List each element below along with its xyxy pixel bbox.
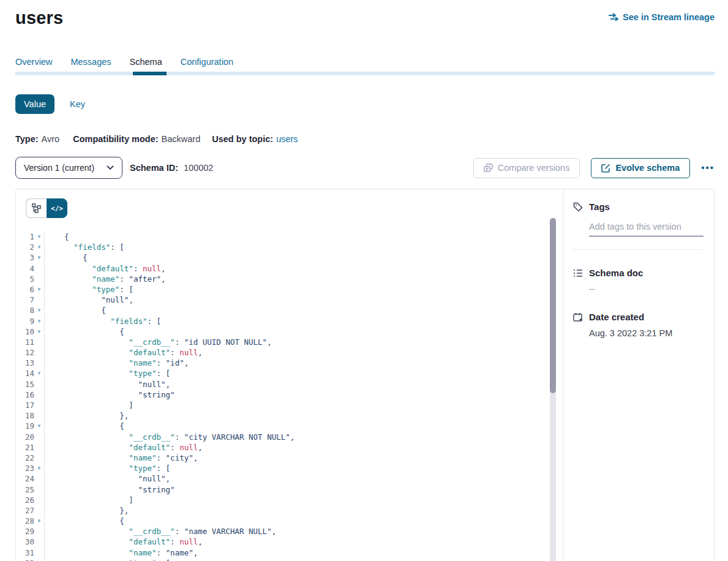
code-text: "type": [ [45,368,170,378]
date-created-title: Date created [589,312,644,322]
tree-view-button[interactable] [26,198,47,218]
fold-arrow-icon[interactable]: ▼ [34,305,45,315]
code-text: { [45,232,69,242]
evolve-schema-label: Evolve schema [615,163,680,173]
code-line: 3▼ { [16,252,563,263]
value-toggle-button[interactable]: Value [15,94,54,114]
line-number: 17 [16,400,34,410]
code-line: 1▼{ [16,232,563,242]
add-tags-input[interactable] [589,222,704,236]
code-text: "string" [45,390,175,400]
more-options-button[interactable]: ••• [701,165,715,171]
tab-schema[interactable]: Schema [130,56,162,67]
tags-section-header: Tags [573,201,704,212]
editor-scrollbar-track[interactable] [550,218,556,561]
fold-arrow-icon[interactable]: ▼ [34,326,45,337]
code-text: }, [45,505,129,516]
fold-spacer [34,453,45,463]
fold-arrow-icon[interactable]: ▼ [34,463,45,473]
fold-spacer [34,484,45,495]
fold-arrow-icon[interactable]: ▼ [34,232,45,242]
type-label: Type: [15,134,39,144]
line-number: 30 [16,537,34,547]
topic-link[interactable]: users [276,134,298,144]
tags-title: Tags [589,201,610,212]
code-text: "type": [ [45,463,170,473]
code-text: { [45,252,88,263]
fold-arrow-icon[interactable]: ▼ [34,421,45,431]
line-number: 29 [16,526,34,537]
schema-meta: Type: Avro Compatibility mode: Backward … [15,134,715,144]
editor-scrollbar-thumb[interactable] [550,218,556,393]
fold-spacer [34,379,45,390]
code-text: "default": null, [45,347,203,358]
code-line: 24 "null", [16,473,563,484]
date-created-value: Aug. 3 2022 3:21 PM [589,328,704,338]
stream-lineage-label: See in Stream lineage [623,12,715,22]
code-text: "null", [45,473,170,484]
code-view-icon: </> [51,205,63,213]
compare-versions-label: Compare versions [498,163,570,173]
fold-arrow-icon[interactable]: ▼ [34,252,45,263]
code-line: 20 "__crdb__": "city VARCHAR NOT NULL", [16,432,563,442]
line-number: 28 [16,516,34,526]
tab-configuration[interactable]: Configuration [181,56,233,67]
type-value: Avro [42,134,60,144]
tabs: Overview Messages Schema Configuration [15,56,715,67]
compare-versions-button[interactable]: Compare versions [473,158,580,178]
fold-arrow-icon[interactable]: ▼ [34,316,45,326]
line-number: 22 [16,453,34,463]
fold-spacer [34,442,45,453]
line-number: 19 [16,421,34,431]
line-number: 2 [16,242,34,252]
tab-overview[interactable]: Overview [15,56,52,67]
code-text: "__crdb__": "id UUID NOT NULL", [45,337,272,347]
schema-panel: </> 1▼{2▼ "fields": [3▼ {4 "default": nu… [15,189,715,561]
tab-messages[interactable]: Messages [70,56,111,67]
version-select[interactable]: Version 1 (current) [15,157,122,179]
line-number: 13 [16,358,34,368]
fold-spacer [34,347,45,358]
code-text: "default": null, [45,537,203,547]
fold-spacer [34,263,45,274]
code-line: 10▼ { [16,326,563,337]
fold-spacer [34,537,45,547]
code-text: "string" [45,484,175,495]
code-line: 7 "null", [16,295,563,305]
line-number: 8 [16,305,34,315]
fold-spacer [34,358,45,368]
code-line: 23▼ "type": [ [16,463,563,473]
code-text: "name": "city", [45,453,198,463]
code-line: 18 }, [16,410,563,421]
line-number: 25 [16,484,34,495]
code-line: 28▼ { [16,516,563,526]
fold-arrow-icon[interactable]: ▼ [34,516,45,526]
code-line: 16 "string" [16,390,563,400]
code-line: 13 "name": "id", [16,358,563,368]
code-view-button[interactable]: </> [47,198,67,218]
fold-spacer [34,505,45,516]
line-number: 31 [16,548,34,558]
evolve-schema-button[interactable]: Evolve schema [591,158,690,178]
fold-arrow-icon[interactable]: ▼ [34,558,45,561]
code-text: "null", [45,379,170,390]
fold-arrow-icon[interactable]: ▼ [34,368,45,378]
code-line: 2▼ "fields": [ [16,242,563,252]
schema-id-value: 100002 [184,163,213,173]
code-editor[interactable]: 1▼{2▼ "fields": [3▼ {4 "default": null,5… [16,232,563,561]
edit-icon [601,164,610,173]
code-line: 32▼ "type": [ [16,558,563,561]
fold-arrow-icon[interactable]: ▼ [34,284,45,295]
page-title: users [15,7,63,28]
code-text: "name": "name", [45,548,198,558]
code-text: "type": [ [45,558,170,561]
code-line: 9▼ "fields": [ [16,316,563,326]
sidebar-divider [573,249,704,250]
key-toggle-button[interactable]: Key [70,99,85,109]
fold-spacer [34,390,45,400]
stream-lineage-link[interactable]: See in Stream lineage [608,12,715,22]
fold-arrow-icon[interactable]: ▼ [34,242,45,252]
code-text: { [45,305,106,315]
code-text: { [45,421,124,431]
fold-spacer [34,548,45,558]
